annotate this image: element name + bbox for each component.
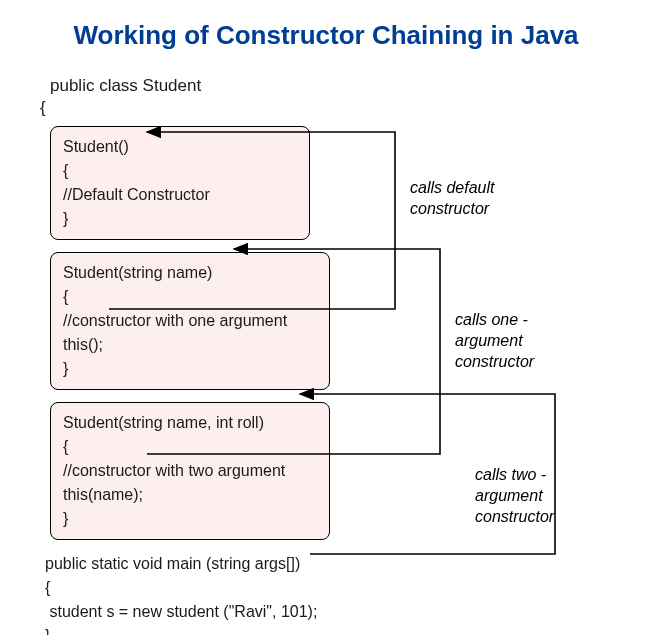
box2-open: {	[63, 285, 317, 309]
two-arg-constructor-box: Student(string name, int roll) { //const…	[50, 402, 330, 540]
one-arg-constructor-box: Student(string name) { //constructor wit…	[50, 252, 330, 390]
box1-open: {	[63, 159, 297, 183]
annotation-one-arg: calls one - argument constructor	[455, 310, 575, 372]
main-method-block: public static void main (string args[]) …	[45, 552, 622, 635]
box1-signature: Student()	[63, 135, 297, 159]
box1-close: }	[63, 207, 297, 231]
default-constructor-box: Student() { //Default Constructor }	[50, 126, 310, 240]
box1-comment: //Default Constructor	[63, 183, 297, 207]
annotation-default: calls default constructor	[410, 178, 530, 220]
box3-comment: //constructor with two argument	[63, 459, 317, 483]
box3-this: this(name);	[63, 483, 317, 507]
main-signature: public static void main (string args[])	[45, 552, 622, 576]
box3-open: {	[63, 435, 317, 459]
box2-this: this();	[63, 333, 317, 357]
box2-comment: //constructor with one argument	[63, 309, 317, 333]
class-declaration: public class Student	[50, 76, 622, 96]
box3-close: }	[63, 507, 317, 531]
box2-close: }	[63, 357, 317, 381]
main-close: }	[45, 624, 622, 635]
box3-signature: Student(string name, int roll)	[63, 411, 317, 435]
box2-signature: Student(string name)	[63, 261, 317, 285]
main-body: student s = new student ("Ravi", 101);	[45, 600, 622, 624]
annotation-two-arg: calls two - argument constructor	[475, 465, 605, 527]
diagram-title: Working of Constructor Chaining in Java	[30, 20, 622, 51]
class-open-brace: {	[40, 98, 622, 118]
main-open: {	[45, 576, 622, 600]
